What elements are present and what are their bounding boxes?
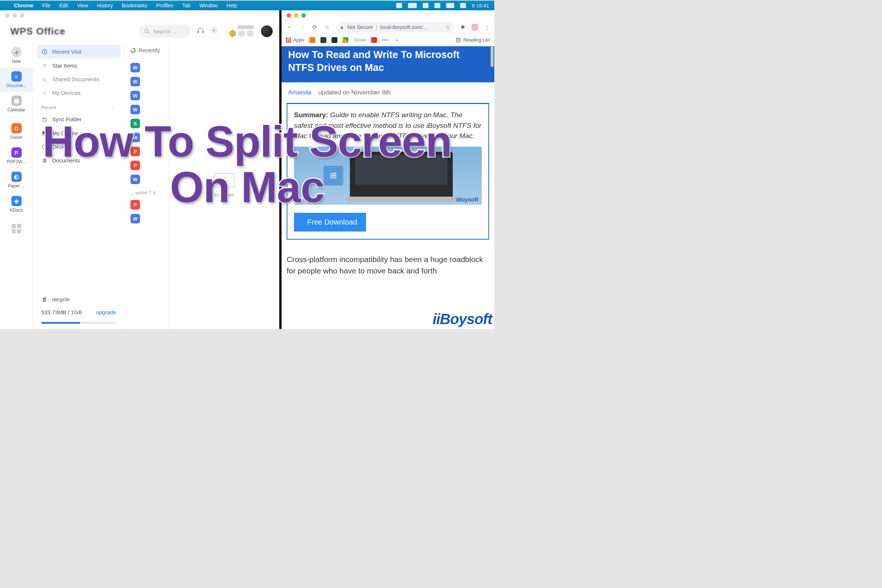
nav-star[interactable]: ☆ Star Items (37, 58, 120, 72)
menubar-clock[interactable]: 9 16:41 (472, 3, 489, 9)
file-chip-word[interactable]: W (130, 91, 140, 100)
summary-label: Summary: (294, 111, 328, 119)
back-button[interactable]: ← (286, 24, 293, 30)
status-icon[interactable] (423, 3, 429, 8)
upgrade-link[interactable]: upgrade (96, 309, 116, 315)
menu-window[interactable]: Window (200, 3, 218, 9)
menu-help[interactable]: Help (226, 3, 237, 9)
apps-icon (286, 38, 291, 43)
rail-apps-icon[interactable] (12, 224, 21, 233)
left-nav: Recent Visit ☆ Star Items ⎌ Shared Docum… (33, 42, 124, 329)
macos-menubar: Chrome File Edit View History Bookmarks … (0, 0, 494, 10)
close-button[interactable] (286, 13, 291, 18)
rail-new[interactable]: ＋New (0, 44, 33, 68)
nav-mydevices[interactable]: ⌂ My Devices (37, 86, 120, 100)
file-chip-word[interactable]: W (130, 175, 140, 184)
recently-header: Recently (130, 45, 165, 58)
status-icon[interactable] (408, 3, 417, 8)
status-icon[interactable] (396, 3, 402, 8)
right-window: ← → ⟳ ⌂ ▲ Not Secure | local-iboysoft.co… (282, 10, 494, 329)
reload-button[interactable]: ⟳ (311, 24, 318, 30)
bookmark-icon[interactable] (342, 37, 348, 43)
menu-tab[interactable]: Tab (182, 3, 191, 9)
nav-desktop[interactable]: 🖵Desktop (37, 140, 120, 154)
storage-text: 533.73MB / 1GB (41, 309, 82, 315)
omnibox-url: local-iboysoft.com/... (380, 24, 428, 30)
forward-button[interactable]: → (298, 24, 306, 30)
file-chip-word[interactable]: W (130, 133, 140, 142)
rail-pdf2w[interactable]: PPDF2W... (0, 144, 33, 168)
omnibox[interactable]: ▲ Not Secure | local-iboysoft.com/... ☆ (336, 22, 454, 32)
rail-calendar[interactable]: ▦Calendar (0, 92, 33, 116)
status-icon[interactable] (434, 3, 440, 8)
rail-kdocs[interactable]: ◆KDocs (0, 192, 33, 216)
search-input[interactable]: Search ... (139, 25, 190, 38)
rail-paper[interactable]: ◐Paper ... (0, 168, 33, 192)
storage-row: 533.73MB / 1GB upgrade (37, 306, 120, 322)
search-icon (144, 28, 150, 34)
rail-documents[interactable]: ≡Docume... (0, 68, 33, 92)
article-title: How To Read and Write To Microsoft NTFS … (288, 48, 488, 74)
avatar[interactable] (261, 26, 273, 37)
recent-files-col: Recently W W W W S W P P W ⌄within 7 d P… (124, 42, 168, 329)
nav-documents[interactable]: 🗎Documents (37, 154, 120, 167)
bookmark-icon[interactable] (332, 37, 338, 43)
home-button[interactable]: ⌂ (323, 24, 331, 30)
star-icon[interactable]: ☆ (446, 24, 450, 30)
headset-icon[interactable] (197, 27, 204, 36)
preview-col: No news. (168, 42, 279, 329)
nav-mydevice[interactable]: 💻My Device (37, 126, 120, 140)
chrome-menu-icon[interactable]: ⋮ (483, 24, 490, 30)
file-chip-pdf[interactable]: P (130, 160, 140, 170)
menu-profiles[interactable]: Profiles (156, 3, 174, 9)
product-image: ⊞ iBoysoft (294, 147, 482, 205)
menu-file[interactable]: File (42, 3, 51, 9)
file-chip-word[interactable]: W (130, 105, 140, 114)
left-window: WPS Office Search ... (0, 10, 279, 329)
nav-recent-visit[interactable]: Recent Visit (37, 45, 120, 58)
bookmark-icon[interactable] (309, 37, 315, 43)
file-chip-word[interactable]: W (130, 214, 140, 224)
control-center-icon[interactable] (460, 3, 466, 8)
gear-icon[interactable] (210, 27, 218, 36)
bookmark-label[interactable]: ▪▪▪▪ (382, 37, 389, 43)
menu-edit[interactable]: Edit (59, 3, 68, 9)
image-watermark: iBoysoft (456, 196, 478, 202)
svg-rect-3 (202, 31, 204, 33)
file-chip-word[interactable]: W (130, 63, 140, 72)
extensions-icon[interactable]: ✱ (459, 24, 466, 30)
svg-line-1 (148, 32, 149, 33)
more-icon[interactable]: ⋮ (111, 105, 116, 110)
file-chip-pdf[interactable]: P (130, 200, 140, 210)
bookmark-label[interactable]: Gmail (354, 37, 366, 43)
bookmark-icon[interactable] (371, 37, 377, 43)
menu-bookmarks[interactable]: Bookmarks (122, 3, 147, 9)
menu-history[interactable]: History (97, 3, 113, 9)
nav-sync[interactable]: 🗀Sync Folder (37, 112, 120, 126)
bm-apps[interactable]: Apps (286, 37, 304, 43)
minimize-button[interactable] (294, 13, 298, 18)
rail-docer[interactable]: DDocer (0, 119, 33, 144)
extension-pink-icon[interactable] (471, 24, 478, 30)
file-chip-word[interactable]: W (130, 77, 140, 86)
fullscreen-button[interactable] (20, 13, 24, 18)
scrollbar[interactable] (490, 46, 494, 67)
close-button[interactable] (5, 13, 9, 18)
nav-recycle[interactable]: 🗑recycle (37, 292, 120, 306)
bookmark-icon[interactable] (321, 37, 326, 43)
download-button[interactable]: Free Download (294, 213, 366, 231)
user-badges (230, 30, 254, 37)
nav-shared[interactable]: ⎌ Shared Documents (37, 72, 120, 86)
page-content: How To Read and Write To Microsoft NTFS … (282, 46, 494, 329)
file-chip-pdf[interactable]: P (130, 147, 140, 156)
file-chip-sheet[interactable]: S (130, 119, 140, 128)
menubar-app[interactable]: Chrome (14, 3, 33, 9)
laptop-icon: 💻 (41, 130, 48, 136)
bm-overflow-icon[interactable]: » (395, 37, 398, 43)
article-hero: How To Read and Write To Microsoft NTFS … (282, 46, 494, 82)
reading-list[interactable]: Reading List (455, 37, 490, 43)
minimize-button[interactable] (12, 13, 17, 18)
fullscreen-button[interactable] (302, 13, 306, 18)
menu-view[interactable]: View (77, 3, 88, 9)
battery-icon[interactable] (446, 3, 454, 8)
